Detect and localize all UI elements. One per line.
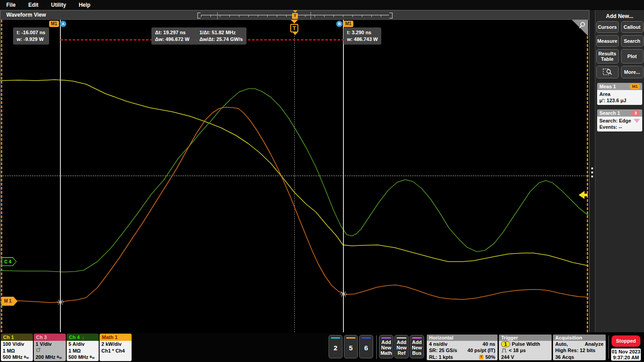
meas1-type: Area: [599, 91, 640, 97]
ch4-label: Ch 4: [69, 335, 80, 340]
trigger-source-pill: 1: [501, 341, 510, 347]
horizontal-panel-title: Horizontal: [427, 335, 498, 341]
math1-label: Math 1: [102, 335, 118, 340]
date: 01 Nov 2023: [611, 349, 641, 355]
add-new-header: Add New...: [595, 13, 644, 19]
cursor-b-value: w: 486.743 W: [347, 36, 378, 43]
cursor-a-readout[interactable]: t: -16.007 ns w: -9.929 W: [13, 27, 49, 45]
ch3-bandwidth: 200 MHz BW: [36, 354, 64, 361]
search1-count-pill: 3: [631, 110, 640, 116]
bottom-divider-1: [376, 335, 377, 359]
horizontal-panel[interactable]: Horizontal 4 ns/div 40 ns SR: 25 GS/s 40…: [427, 335, 498, 360]
waveform-view: Waveform View T: [0, 10, 589, 332]
meas1-title: Meas 1: [599, 84, 616, 89]
ch3-badge[interactable]: Ch 3 1 V/div 200 MHz BW: [34, 334, 66, 361]
run-stop-status[interactable]: Stopped: [612, 335, 640, 347]
bottom-divider-2: [608, 335, 609, 359]
more-button[interactable]: More...: [621, 66, 644, 78]
horizontal-scale: 4 ns/div: [429, 341, 448, 347]
ch4-bandwidth: 500 MHz BW: [69, 354, 97, 361]
ch1-badge[interactable]: Ch 1 100 V/div 1 MΩ 500 MHz BW: [1, 334, 33, 361]
ruler-right-bracket: [389, 13, 393, 18]
trigger-position-flag[interactable]: T: [290, 24, 298, 32]
search-button[interactable]: Search: [621, 35, 644, 47]
zoom-box-button[interactable]: [596, 66, 619, 78]
cursor-b-readout[interactable]: t: 3.290 ns w: 486.743 W: [343, 27, 381, 45]
sidebar: Add New... Cursors Callout Measure Searc…: [595, 10, 644, 332]
menu-edit[interactable]: Edit: [28, 2, 39, 8]
ch4-badge[interactable]: Ch 4 ↓ 5 A/div 1 MΩ 500 MHz BW: [67, 334, 99, 361]
ch1-scale: 100 V/div: [3, 341, 31, 348]
ch2-button[interactable]: 2: [329, 335, 343, 358]
datetime-display: 01 Nov 2023 9:37:20 AM: [611, 348, 641, 361]
bottom-bar: Ch 1 100 V/div 1 MΩ 500 MHz BW Ch 3 1 V/…: [0, 333, 644, 362]
results-table-button[interactable]: Results Table: [596, 49, 619, 63]
sample-resolution: 40 ps/pt (IT): [467, 347, 495, 353]
ch3-probe-row: [36, 348, 64, 354]
cursor-b-line[interactable]: [343, 20, 344, 332]
waveform-view-title: Waveform View: [6, 12, 46, 18]
waveform-view-title-bar: Waveform View T: [0, 10, 589, 20]
menu-file[interactable]: File: [6, 2, 16, 8]
ch4-impedance: 1 MΩ: [69, 348, 97, 354]
cursor-a-badges: M1 A: [49, 21, 66, 27]
inverse-delta-t: 1/Δt: 51.82 MHz: [199, 29, 243, 36]
trigger-panel-title: Trigger: [499, 335, 552, 341]
divider-grip-icon[interactable]: [591, 167, 593, 177]
cursor-a-badge[interactable]: A: [60, 21, 66, 27]
delta-w-over-delta-t: Δw/Δt: 25.74 GW/s: [199, 36, 243, 43]
add-new-math-button[interactable]: Add New Math: [379, 335, 393, 358]
ch5-button[interactable]: 5: [344, 335, 358, 358]
cursor-a-source-badge: M1: [49, 21, 59, 27]
trigger-panel[interactable]: Trigger 1 Pulse Width < 18 μs 244 V: [499, 335, 552, 360]
delta-w: Δw: 496.672 W: [155, 36, 189, 43]
math1-expression: Ch1 * Ch4: [101, 348, 130, 354]
trigger-level-arrow[interactable]: [579, 191, 588, 199]
acquisition-panel[interactable]: Acquisition Auto, Analyze High Res: 12 b…: [553, 335, 606, 360]
ruler-trigger-flag[interactable]: T: [292, 13, 298, 19]
math1-trace[interactable]: [0, 107, 588, 303]
ch1-trace[interactable]: [0, 80, 588, 266]
callout-button[interactable]: Callout: [621, 21, 644, 33]
meas1-value: μ': 123.6 μJ: [599, 97, 640, 104]
menu-bar: File Edit Utility Help: [0, 0, 644, 9]
ruler-left-bracket: [197, 13, 201, 18]
waveform-plot[interactable]: M1 A B M1 T t: -16.007 ns w: -9.929 W Δt…: [0, 20, 589, 332]
ch4-arrow-icon: ↓: [82, 335, 85, 340]
ch4-trace[interactable]: [0, 89, 588, 272]
cursor-b-badge[interactable]: B: [336, 21, 343, 27]
trigger-condition: < 18 μs: [509, 347, 526, 353]
ch6-button[interactable]: 6: [359, 335, 373, 358]
horizontal-position-ruler[interactable]: T: [197, 12, 393, 19]
time: 9:37:20 AM: [611, 355, 641, 361]
math1-badge[interactable]: Math 1 2 kW/div Ch1 * Ch4: [100, 334, 132, 361]
add-new-bus-button[interactable]: Add New Bus: [410, 335, 424, 358]
math1-scale: 2 kW/div: [101, 341, 130, 348]
acquisition-analyze: Analyze: [585, 341, 603, 347]
ch1-impedance: 1 MΩ: [3, 348, 31, 354]
add-new-ref-button[interactable]: Add New Ref: [394, 335, 409, 358]
acquisition-count: 36 Acqs: [555, 354, 603, 360]
meas1-source-pill: M1: [630, 84, 640, 89]
search-marker-icon: [634, 119, 640, 123]
waveform-traces: [0, 20, 589, 332]
zoom-box-icon: [603, 68, 612, 77]
cursor-a-time: t: -16.007 ns: [17, 29, 46, 36]
menu-utility[interactable]: Utility: [51, 2, 66, 8]
measure-button[interactable]: Measure: [596, 35, 619, 47]
ruler-window-right-mark: [311, 12, 311, 19]
magnifier-icon[interactable]: [577, 21, 586, 30]
record-length: RL: 1 kpts: [429, 354, 453, 360]
search1-badge[interactable]: Search 1 3 Search: Edge Events: --: [597, 109, 642, 131]
cursor-b-source-badge: M1: [343, 21, 353, 27]
ch1-label: Ch 1: [3, 335, 14, 340]
acquisition-mode: Auto,: [555, 341, 568, 347]
cursor-b-badges: B M1: [336, 21, 353, 27]
meas1-badge[interactable]: Meas 1 M1 Area μ': 123.6 μJ: [597, 83, 642, 105]
cursor-delta-readout[interactable]: Δt: 19.297 ns 1/Δt: 51.82 MHz Δw: 496.67…: [151, 27, 247, 45]
menu-help[interactable]: Help: [79, 2, 91, 8]
plot-button[interactable]: Plot: [621, 49, 644, 63]
sidebar-divider[interactable]: [589, 10, 595, 332]
cursor-a-line[interactable]: [60, 20, 61, 332]
cursors-button[interactable]: Cursors: [596, 21, 619, 33]
